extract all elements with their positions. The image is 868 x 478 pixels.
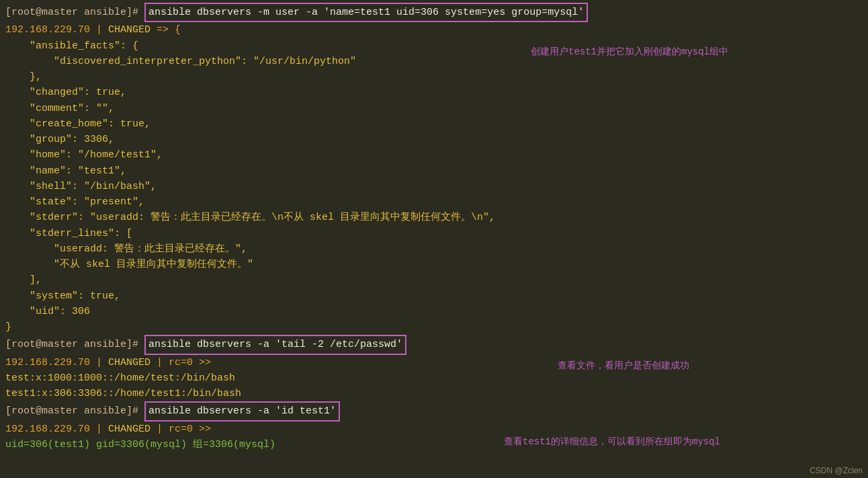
- ip-address-3: 192.168.229.70 |: [5, 422, 108, 437]
- rc-info-2: | rc=0 >>: [150, 422, 211, 437]
- command-box-2: ansible dbservers -a 'tail -2 /etc/passw…: [144, 335, 406, 354]
- terminal-line: "name": "test1",: [5, 163, 863, 179]
- terminal-line: "group": 3306,: [5, 132, 863, 147]
- status-changed-2: CHANGED: [108, 355, 150, 370]
- terminal-line: ],: [5, 272, 863, 288]
- annotation-3: 查看test1的详细信息，可以看到所在组即为mysql: [504, 436, 720, 448]
- arrow: => {: [150, 22, 181, 38]
- terminal-line: }: [5, 319, 863, 335]
- terminal-line: "不从 skel 目录里向其中复制任何文件。": [5, 257, 863, 272]
- command-box-3: ansible dbservers -a 'id test1': [144, 401, 340, 421]
- terminal-line: "stderr_lines": [: [5, 226, 863, 241]
- terminal-line: "comment": "",: [5, 101, 863, 116]
- annotation-1: 创建用户test1并把它加入刚创建的mysql组中: [531, 46, 728, 58]
- terminal-line: 192.168.229.70 | CHANGED | rc=0 >>: [5, 355, 863, 370]
- ip-address: 192.168.229.70 |: [5, 22, 108, 38]
- terminal-line: "home": "/home/test1",: [5, 147, 863, 163]
- terminal-line: "shell": "/bin/bash",: [5, 179, 863, 194]
- annotation-2: 查看文件，看用户是否创建成功: [558, 360, 689, 372]
- terminal-line: [root@master ansible]# ansible dbservers…: [5, 3, 863, 22]
- terminal-line: [root@master ansible]# ansible dbservers…: [5, 401, 863, 421]
- terminal-line: },: [5, 69, 863, 85]
- command-box-1: ansible dbservers -m user -a 'name=test1…: [144, 3, 588, 22]
- terminal-line: "state": "present",: [5, 194, 863, 210]
- terminal-line: test:x:1000:1000::/home/test:/bin/bash: [5, 370, 863, 386]
- terminal-line: "ansible_facts": {: [5, 38, 863, 54]
- id-output: uid=306(test1) gid=3306(mysql) 组=3306(my…: [5, 437, 275, 452]
- terminal-line: "create_home": true,: [5, 116, 863, 132]
- rc-info: | rc=0 >>: [150, 355, 211, 370]
- prompt: [root@master ansible]#: [5, 5, 144, 20]
- terminal-line: [root@master ansible]# ansible dbservers…: [5, 335, 863, 354]
- terminal-line: "useradd: 警告：此主目录已经存在。",: [5, 241, 863, 257]
- terminal-line: 192.168.229.70 | CHANGED | rc=0 >>: [5, 422, 863, 437]
- terminal-line: test1:x:306:3306::/home/test1:/bin/bash: [5, 386, 863, 401]
- ip-address-2: 192.168.229.70 |: [5, 355, 108, 370]
- terminal-line: "changed": true,: [5, 85, 863, 100]
- prompt: [root@master ansible]#: [5, 403, 144, 419]
- terminal-line: "discovered_interpreter_python": "/usr/b…: [5, 54, 863, 69]
- prompt: [root@master ansible]#: [5, 337, 144, 352]
- terminal: [root@master ansible]# ansible dbservers…: [0, 0, 868, 478]
- watermark: CSDN @Zclen: [810, 466, 863, 475]
- terminal-line: "system": true,: [5, 288, 863, 304]
- status-changed: CHANGED: [108, 22, 150, 38]
- terminal-line: uid=306(test1) gid=3306(mysql) 组=3306(my…: [5, 437, 863, 452]
- terminal-line: "uid": 306: [5, 304, 863, 319]
- status-changed-3: CHANGED: [108, 422, 150, 437]
- terminal-line: 192.168.229.70 | CHANGED => {: [5, 22, 863, 38]
- terminal-line: "stderr": "useradd: 警告：此主目录已经存在。\n不从 ske…: [5, 210, 863, 225]
